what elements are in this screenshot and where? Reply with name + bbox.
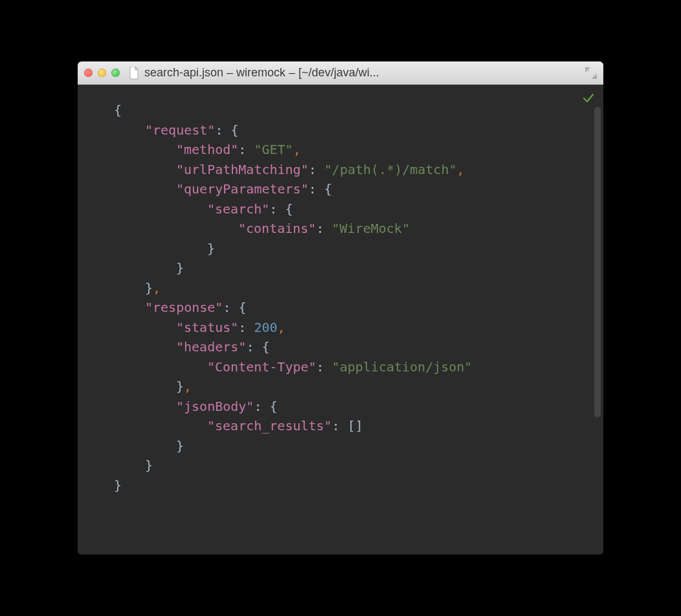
comma: , <box>278 320 285 335</box>
close-button[interactable] <box>84 69 93 77</box>
colon: : <box>309 162 317 177</box>
brace: { <box>230 122 238 138</box>
json-key: "urlPathMatching" <box>176 162 309 177</box>
colon: : <box>223 300 230 315</box>
window-title: search-api.json – wiremock – [~/dev/java… <box>144 66 580 80</box>
json-key: "Content-Type" <box>207 359 317 375</box>
brace: } <box>176 260 184 276</box>
traffic-lights <box>84 69 120 77</box>
json-key: "queryParameters" <box>176 181 309 197</box>
code-content[interactable]: {"request": {"method": "GET","urlPathMat… <box>114 100 603 495</box>
colon: : <box>317 359 324 375</box>
json-string: "GET" <box>254 142 293 157</box>
brace: { <box>285 201 293 217</box>
colon: : <box>238 142 246 157</box>
json-string: "WireMock" <box>332 221 410 236</box>
brace: } <box>145 457 153 473</box>
fullscreen-icon[interactable] <box>585 67 597 79</box>
json-array: [] <box>348 418 363 434</box>
brace: } <box>176 379 184 394</box>
brace: { <box>270 399 278 414</box>
colon: : <box>309 181 317 197</box>
brace: } <box>114 478 122 493</box>
json-key: "search" <box>207 201 269 217</box>
brace: } <box>176 438 184 454</box>
scrollbar[interactable] <box>594 107 601 548</box>
json-number: 200 <box>254 320 277 335</box>
scrollbar-thumb[interactable] <box>594 107 601 417</box>
comma: , <box>184 379 192 394</box>
colon: : <box>254 399 262 414</box>
maximize-button[interactable] <box>111 69 120 77</box>
comma: , <box>293 142 301 157</box>
colon: : <box>269 201 277 217</box>
colon: : <box>238 320 246 335</box>
file-icon <box>129 67 139 80</box>
brace: { <box>239 300 247 315</box>
brace: } <box>145 280 153 296</box>
json-string: "/path(.*)/match" <box>324 162 457 177</box>
json-key: "method" <box>176 142 238 157</box>
json-string: "application/json" <box>332 359 473 375</box>
titlebar[interactable]: search-api.json – wiremock – [~/dev/java… <box>78 61 603 85</box>
comma: , <box>457 162 465 177</box>
brace: { <box>324 181 332 197</box>
colon: : <box>316 221 324 236</box>
colon: : <box>246 339 254 355</box>
json-key: "status" <box>176 320 238 335</box>
colon: : <box>215 122 223 138</box>
colon: : <box>332 418 340 434</box>
check-icon <box>583 90 594 102</box>
brace: { <box>114 102 122 118</box>
brace: } <box>207 241 215 256</box>
editor-window: search-api.json – wiremock – [~/dev/java… <box>78 61 603 555</box>
json-key: "contains" <box>238 221 316 236</box>
json-key: "jsonBody" <box>176 399 254 414</box>
json-key: "search_results" <box>207 418 332 434</box>
json-key: "request" <box>145 122 215 138</box>
json-key: "response" <box>145 300 223 315</box>
comma: , <box>153 280 161 296</box>
minimize-button[interactable] <box>98 69 106 77</box>
brace: { <box>262 339 269 355</box>
json-key: "headers" <box>176 339 246 355</box>
code-editor[interactable]: {"request": {"method": "GET","urlPathMat… <box>78 85 603 555</box>
